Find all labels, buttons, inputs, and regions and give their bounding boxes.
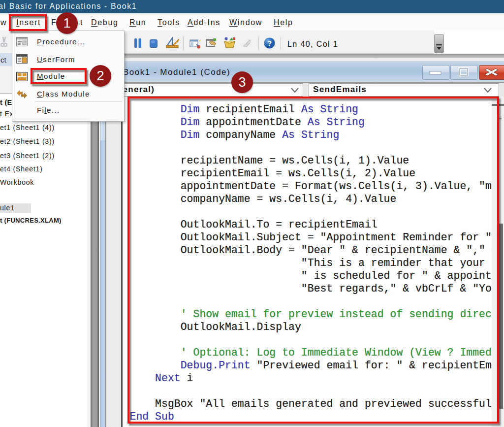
svg-text:?: ?	[267, 39, 272, 47]
